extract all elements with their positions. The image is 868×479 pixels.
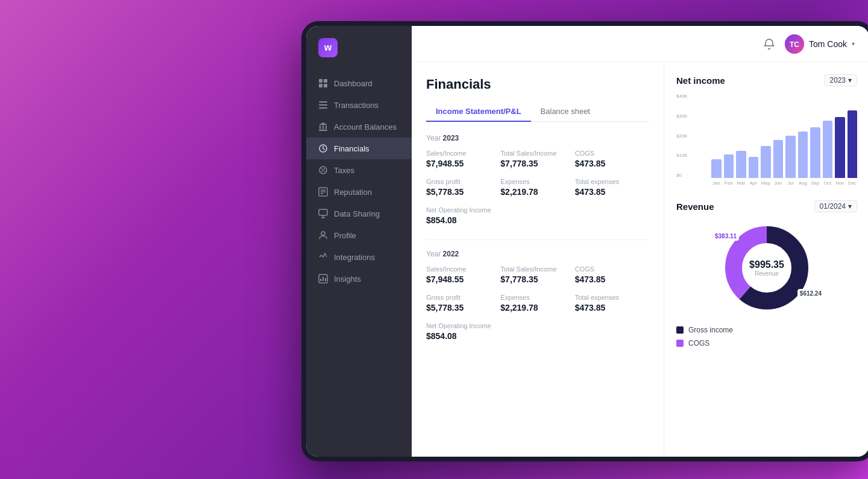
expenses-2023: Expenses $2,219.78 [500,178,574,197]
integrations-icon [318,252,328,262]
revenue-filter[interactable]: 01/2024 ▾ [814,200,857,212]
sidebar-item-taxes[interactable]: Taxes [306,159,412,181]
bar-label-aug: Aug [798,180,808,186]
gross-profit-2022: Gross profit $5,778.35 [426,294,500,312]
svg-rect-21 [319,209,327,215]
year-2022-label: Year 2022 [426,250,649,258]
sidebar-label-transactions: Transactions [334,101,379,110]
total-expenses-2022: Total expenses $473.85 [575,294,649,312]
total-expenses-label-2023: Total expenses [575,178,649,185]
header: TC Tom Cook ▾ [412,26,868,62]
financials-grid-2023: Sales/Income $7,948.55 Total Sales/Incom… [426,150,649,225]
svg-rect-5 [319,104,327,106]
net-operating-2023: Net Operating Income $854.08 [426,206,500,225]
legend-label-cogs: COGS [688,339,709,347]
bar-sep [810,127,820,178]
bar-may [761,146,771,178]
sidebar-item-account-balances[interactable]: Account Balances [306,116,412,138]
revenue-header: Revenue 01/2024 ▾ [676,200,857,212]
cogs-value-2022: $473.85 [575,274,649,284]
sidebar-item-dashboard[interactable]: Dashboard [306,72,412,94]
net-income-chart: $40K $30K $20K $10K $0 [676,94,857,186]
sidebar-item-transactions[interactable]: Transactions [306,94,412,116]
expenses-label-2023: Expenses [500,178,574,185]
logo-mark: w [318,38,338,57]
legend-dot-gross-income [676,326,684,334]
sidebar: w Dashboard Transactions [306,26,412,457]
svg-rect-2 [319,84,322,87]
list-icon [318,100,328,110]
bar-label-apr: Apr [749,180,759,186]
expenses-2022: Expenses $2,219.78 [500,294,574,312]
grid-icon [318,78,328,88]
svg-marker-11 [319,122,327,125]
sidebar-item-data-sharing[interactable]: Data Sharing [306,203,412,224]
gross-profit-label-2023: Gross profit [426,178,500,185]
net-income-header: Net income 2023 ▾ [676,74,857,86]
page-body: Financials Income Statement/P&L Balance … [412,62,868,457]
sidebar-label-reputation: Reputation [334,188,372,197]
total-sales-2022: Total Sales/Income $7,778.35 [500,265,574,284]
profile-icon [318,230,328,240]
net-operating-value-2022: $854.08 [426,331,500,341]
divider-1 [426,240,649,240]
total-sales-2023: Total Sales/Income $7,778.35 [500,150,574,168]
total-expenses-value-2022: $473.85 [575,303,649,312]
net-income-filter[interactable]: 2023 ▾ [824,74,857,86]
bar-jun [773,140,784,178]
user-name-label: Tom Cook [809,39,847,49]
tab-balance-sheet[interactable]: Balance sheet [531,102,600,122]
net-operating-2022: Net Operating Income $854.08 [426,322,500,341]
cogs-label-2023: COGS [575,150,649,157]
bar-label-feb: Feb [724,180,734,186]
revenue-section: Revenue 01/2024 ▾ [676,200,857,347]
sidebar-item-reputation[interactable]: Reputation [306,181,412,203]
donut-label-612: $612.24 [797,289,824,298]
revenue-legend: Gross income COGS [676,326,857,347]
sidebar-item-profile[interactable]: Profile [306,224,412,246]
total-expenses-value-2023: $473.85 [575,187,649,197]
year-2023-section: Year 2023 Sales/Income $7,948.55 Total S… [426,134,649,225]
total-sales-value-2023: $7,778.35 [500,159,574,168]
financials-grid-2022: Sales/Income $7,948.55 Total Sales/Incom… [426,265,649,341]
expenses-value-2022: $2,219.78 [500,303,574,312]
svg-rect-4 [319,101,327,103]
total-sales-label-2023: Total Sales/Income [500,150,574,157]
tab-income-statement[interactable]: Income Statement/P&L [426,102,531,122]
bar-chart [711,94,857,178]
bar-jul [785,136,796,178]
svg-point-24 [321,232,325,235]
bar-aug [798,132,808,178]
reputation-icon [318,187,328,197]
sidebar-item-insights[interactable]: Insights [306,268,412,290]
sidebar-label-taxes: Taxes [334,166,354,175]
bar-jan [711,159,722,178]
bell-icon[interactable] [763,38,775,50]
total-expenses-label-2022: Total expenses [575,294,649,301]
net-income-title: Net income [676,75,725,86]
user-menu[interactable]: TC Tom Cook ▾ [785,34,855,54]
svg-rect-9 [326,125,327,129]
taxes-icon [318,165,328,175]
sidebar-label-account-balances: Account Balances [334,122,397,132]
bar-chart-container: JanFebMarAprMayJunJulAugSepOctNovDec [711,94,857,186]
svg-rect-1 [324,79,327,83]
avatar: TC [785,34,804,54]
bank-icon [318,122,328,132]
expenses-value-2023: $2,219.78 [500,187,574,197]
cogs-label-2022: COGS [575,265,649,273]
net-operating-label-2022: Net Operating Income [426,322,500,329]
sidebar-item-financials[interactable]: Financials [306,138,412,159]
cogs-value-2023: $473.85 [575,159,649,168]
main-content: TC Tom Cook ▾ Financials Income Statemen… [412,26,868,457]
svg-rect-8 [322,125,324,129]
sales-income-label-2023: Sales/Income [426,150,500,157]
bar-oct [823,121,833,178]
legend-gross-income: Gross income [676,326,857,334]
bar-feb [724,154,734,178]
svg-rect-10 [319,130,327,131]
bar-dec [848,110,858,178]
bar-label-jan: Jan [711,180,722,186]
sidebar-item-integrations[interactable]: Integrations [306,246,412,268]
svg-text:TC: TC [790,40,799,49]
